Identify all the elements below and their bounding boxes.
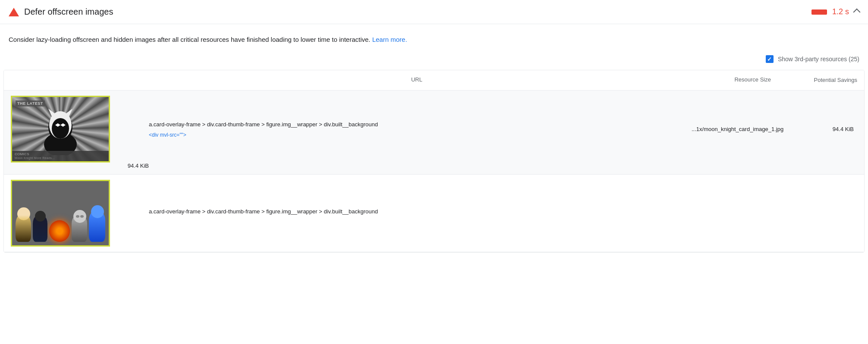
moon-knight-svg [39,103,82,155]
row-element-path-2: a.card-overlay-frame > div.card-thumb-fr… [149,207,685,219]
character-5 [89,212,105,242]
results-table: URL Resource Size Potential Savings THE … [3,70,865,253]
audit-container: Defer offscreen images 1.2 s Consider la… [0,0,868,253]
table-col-spacer [11,76,149,84]
character-4 [72,216,87,242]
audit-header: Defer offscreen images 1.2 s [0,0,868,24]
row-resource-size: 94.4 KiB [771,126,857,132]
third-party-checkbox[interactable]: ✓ [766,55,774,63]
table-col-resource-size-header: Resource Size [685,76,771,84]
third-party-row: ✓ Show 3rd-party resources (25) [0,52,868,70]
row-thumbnail-2 [11,180,110,247]
element-path-content-2: a.card-overlay-frame > div.card-thumb-fr… [149,207,681,219]
row-potential-savings: 94.4 KiB [11,163,149,169]
character-3 [49,220,70,242]
svg-point-3 [52,118,69,139]
element-path-text-2: a.card-overlay-frame > div.card-thumb-fr… [149,207,681,216]
thumbnail-label: THE LATEST [16,100,45,106]
element-path-text: a.card-overlay-frame > div.card-thumb-fr… [149,120,681,129]
timing-value: 1.2 s [832,7,849,16]
collapse-chevron-icon[interactable] [853,8,861,16]
audit-header-right: 1.2 s [811,7,859,16]
learn-more-link[interactable]: Learn more. [372,36,407,43]
row-url: ...1x/moon_knight_card_image_1.jpg [685,126,771,132]
element-path-content: a.card-overlay-frame > div.card-thumb-fr… [149,120,681,138]
row-thumbnail-wrapper: THE LATEST [11,96,149,163]
timing-bar [811,9,827,15]
table-header: URL Resource Size Potential Savings [4,70,864,91]
third-party-checkbox-container[interactable]: ✓ Show 3rd-party resources (25) [766,55,859,63]
table-col-potential-savings-header: Potential Savings [771,76,857,84]
audit-title: Defer offscreen images [24,7,113,17]
potential-savings-label: Potential Savings [771,76,857,84]
audit-header-left: Defer offscreen images [9,7,113,17]
row-thumbnail-wrapper-2 [11,180,149,247]
audit-description: Consider lazy-loading offscreen and hidd… [0,24,868,52]
checkbox-check-icon: ✓ [767,56,772,62]
thumbnail-bottom-label: COMICSMoon Knight More Reads... [12,151,109,161]
table-row: a.card-overlay-frame > div.card-thumb-fr… [4,175,864,252]
warning-triangle-icon [9,8,19,16]
table-row: THE LATEST [4,91,864,175]
third-party-label: Show 3rd-party resources (25) [778,56,859,63]
row-thumbnail: THE LATEST [11,96,110,163]
description-text: Consider lazy-loading offscreen and hidd… [9,36,371,43]
character-2 [33,216,47,242]
table-col-url-header: URL [149,76,685,84]
element-tag-text[interactable]: <div mvl-src=""> [149,132,681,138]
character-1 [16,214,31,242]
comic-thumbnail-content [12,181,109,245]
row-element-path: a.card-overlay-frame > div.card-thumb-fr… [149,120,685,138]
